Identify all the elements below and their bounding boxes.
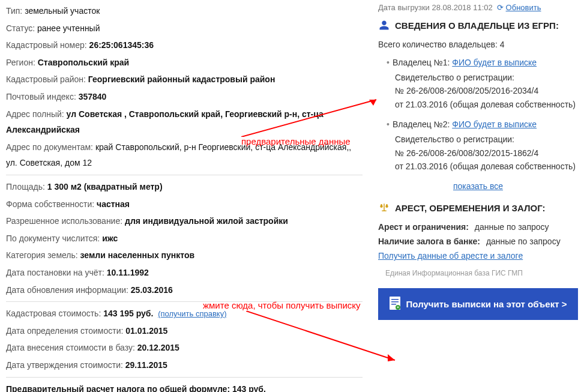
arrest-label: Арест и ограничения: [378,222,469,232]
cost-label: Кадастровая стоимость: [6,309,101,318]
owner-reg: Свидетельство о регистрации:№ 26-26/008-… [395,71,578,111]
zalog-value: данные по запросу [486,237,561,246]
red-arrow-1-icon [241,95,385,137]
get-report-button-label: Получить выписки на этот объект > [406,299,567,309]
arrest-title-text: АРЕСТ, ОБРЕМЕНЕНИЯ И ЗАЛОГ: [395,203,546,213]
cost-date-value: 01.01.2015 [125,326,167,336]
date-reg-value: 10.11.1992 [107,268,149,277]
date-upd-value: 25.03.2016 [131,285,173,295]
date-reg-label: Дата постановки на учёт: [6,268,104,277]
cost-value: 143 195 руб. [103,309,153,318]
red-arrow-2-icon [246,311,402,365]
cat-label: Категория земель: [6,250,78,260]
owners-list: •Владелец №1: ФИО будет в выпискеСвидете… [378,58,578,173]
cost-link[interactable]: (получить справку) [158,309,226,318]
cat-value: земли населенных пунктов [80,250,195,260]
use-value: для индивидуальной жилой застройки [125,216,288,226]
person-icon [378,19,390,31]
show-all-wrap: показать все [378,181,578,191]
owners-total-value: 4 [500,40,505,49]
divider [6,377,363,378]
reg-date: от 21.03.2016 (общая долевая собственнос… [395,160,578,173]
svg-rect-3 [391,304,396,305]
kad-number-label: Кадастровый номер: [6,40,87,50]
reg-label: Свидетельство о регистрации: [395,71,578,84]
owner-label: Владелец №2: [393,119,450,129]
arrest-row: Арест и ограничения: данные по запросу [378,222,578,232]
gis-note: Единая Информационная база ГИС ГМП [385,269,578,277]
get-arrest-wrap: Получить данные об аресте и залоге [378,251,578,261]
reg-number: № 26-26/008-26/008/205/2016-2034/4 [395,84,578,97]
svg-marker-8 [388,354,395,361]
dump-value: 28.08.2018 11:02 [432,3,493,12]
area-value: 1 300 м2 (квадратный метр) [47,182,163,191]
kad-rayon-value: Георгиевский районный кадастровый район [88,74,275,84]
area-label: Площадь: [6,182,45,191]
get-arrest-link[interactable]: Получить данные об аресте и залоге [378,251,523,261]
form-label: Форма собственности: [6,199,94,209]
show-all-link[interactable]: показать все [453,181,503,191]
status-label: Статус: [6,23,35,33]
date-upd-label: Дата обновления информации: [6,285,128,295]
status-value: ранее учтенный [37,23,100,33]
zalog-label: Наличие залога в банке: [378,237,480,246]
owner-fio-link[interactable]: ФИО будет в выписке [452,119,537,129]
doc-label: По документу числится: [6,234,100,243]
svg-rect-2 [391,301,399,303]
type-value: земельный участок [25,6,100,16]
svg-line-5 [241,100,376,137]
arrest-section-title: АРЕСТ, ОБРЕМЕНЕНИЯ И ЗАЛОГ: [378,202,578,214]
region-value: Ставропольский край [38,58,129,67]
bullet-icon: • [387,58,393,67]
dump-info: Дата выгрузки 28.08.2018 11:02 ⟳ Обновит… [378,3,578,12]
red-note-2: жмите сюда, чтобы получить выписку [203,300,361,310]
owner-block: •Владелец №1: ФИО будет в выпискеСвидете… [387,58,578,111]
zip-value: 357840 [79,92,107,101]
zalog-row: Наличие залога в банке: данные по запрос… [378,237,578,246]
cost-in-value: 20.12.2015 [137,343,179,352]
kad-number-value: 26:25:061345:36 [89,40,154,50]
scales-icon [378,202,390,214]
use-label: Разрешенное использование: [6,216,122,226]
cost-in-label: Дата внесения стоимости в базу: [6,343,135,352]
owner-fio-link[interactable]: ФИО будет в выписке [452,58,537,67]
arrest-value: данные по запросу [475,222,549,232]
get-report-button[interactable]: Получить выписки на этот объект > [378,288,578,320]
cost-date-label: Дата определения стоимости: [6,326,123,336]
owner-label: Владелец №1: [393,58,450,67]
cost-appr-value: 29.11.2015 [125,360,167,370]
zip-label: Почтовый индекс: [6,92,76,101]
doc-value: ижс [102,234,118,243]
tax-value: 143 руб. [232,384,266,392]
dump-label: Дата выгрузки [378,3,430,12]
svg-line-7 [246,311,395,360]
type-label: Тип: [6,6,22,16]
refresh-icon: ⟳ [497,3,504,12]
divider [6,175,363,175]
reg-date: от 21.03.2016 (общая долевая собственнос… [395,98,578,111]
refresh-link[interactable]: Обновить [506,3,541,12]
bullet-icon: • [387,119,393,129]
reg-label: Свидетельство о регистрации: [395,133,578,146]
owner-block: •Владелец №2: ФИО будет в выпискеСвидете… [387,119,578,173]
owners-title-text: СВЕДЕНИЯ О ВЛАДЕЛЬЦЕ ИЗ ЕГРП: [395,20,559,31]
svg-marker-6 [369,100,376,106]
document-icon [390,297,400,312]
reg-number: № 26-26/008-26/008/302/2015-1862/4 [395,146,578,160]
kad-rayon-label: Кадастровый район: [6,74,86,84]
form-value: частная [97,199,130,209]
owners-total-label: Всего количество владельцев: [378,40,498,49]
addr-full-label: Адрес полный: [6,109,64,119]
owners-total: Всего количество владельцев: 4 [378,40,578,49]
tax-label: Предварительный расчет налога по общей ф… [6,384,230,392]
red-note-1: предварительные данные [241,136,351,146]
owners-section-title: СВЕДЕНИЯ О ВЛАДЕЛЬЦЕ ИЗ ЕГРП: [378,19,578,31]
addr-doc-label: Адрес по документам: [6,142,93,152]
svg-rect-1 [391,299,399,300]
region-label: Регион: [6,58,35,67]
owner-reg: Свидетельство о регистрации:№ 26-26/008-… [395,133,578,173]
cost-appr-label: Дата утверждения стоимости: [6,360,123,370]
